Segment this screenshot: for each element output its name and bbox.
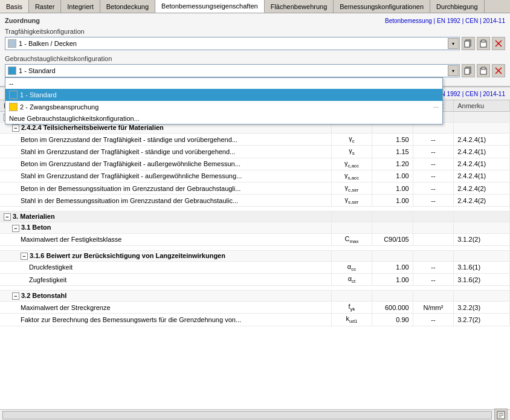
gebrauch-arrow[interactable]: ▾ bbox=[448, 65, 459, 76]
desc-cell: Faktor zur Berechnung des Bemessungswert… bbox=[0, 314, 331, 326]
tragfahigkeit-label: Tragfähigkeitskonfiguration bbox=[5, 28, 505, 35]
gebrauch-paste-btn[interactable] bbox=[477, 64, 490, 77]
einheit-cell bbox=[413, 233, 453, 245]
table-row: Zugfestigkeitαct1.00--3.1.6(2) bbox=[0, 273, 510, 285]
symbol-cell: γs bbox=[331, 146, 372, 158]
table-row: Beton im Grenzzustand der Tragfähigkeit … bbox=[0, 134, 510, 146]
wert-cell bbox=[372, 291, 413, 302]
popup-separator[interactable]: -- bbox=[5, 78, 442, 89]
einheit-cell: -- bbox=[413, 134, 453, 146]
popup-neu-label: Neue Gebrauchstauglichkeitskonfiguration… bbox=[9, 115, 140, 122]
anmerkung-cell: 2.4.2.4(2) bbox=[454, 195, 510, 207]
tragfahigkeit-delete-btn[interactable] bbox=[492, 37, 505, 50]
desc-text: 2.4.2.4 Teilsicherheitsbeiwerte für Mate… bbox=[21, 124, 164, 131]
desc-text: Druckfestigkeit bbox=[29, 263, 73, 271]
tab-basis[interactable]: Basis bbox=[0, 0, 29, 13]
config-table: Beschreibung Symbol Wert Einheit Anmerku… bbox=[0, 100, 510, 326]
desc-text: Beton in der Bemessungssituation im Gren… bbox=[21, 185, 240, 192]
anmerkung-cell bbox=[454, 123, 510, 134]
einheit-cell: -- bbox=[413, 170, 453, 182]
wert-cell bbox=[372, 250, 413, 261]
symbol-cell: γs,acc bbox=[331, 170, 372, 182]
table-row: −3.1 Beton bbox=[0, 222, 510, 233]
desc-cell: Druckfestigkeit bbox=[0, 261, 331, 273]
gebrauch-popup: -- 1 - Standard 2 - Zwangsbeanspruchung … bbox=[5, 77, 443, 124]
einheit-cell: -- bbox=[413, 182, 453, 194]
symbol-cell: αcc bbox=[331, 261, 372, 273]
popup-zwang-label: 2 - Zwangsbeanspruchung bbox=[20, 103, 98, 111]
table-row bbox=[0, 207, 510, 212]
tragfahigkeit-value: 1 - Balken / Decken bbox=[19, 40, 77, 47]
desc-text: Maximalwert der Streckgrenze bbox=[21, 304, 111, 311]
anmerkung-cell: 3.1.6(2) bbox=[454, 273, 510, 285]
gebrauch-dropdown[interactable]: 1 - Standard bbox=[5, 64, 460, 77]
desc-cell: Beton im Grenzzustand der Tragfähigkeit … bbox=[0, 134, 331, 146]
symbol-cell: Cmax bbox=[331, 233, 372, 245]
einheit-cell bbox=[413, 250, 453, 261]
expand-icon[interactable]: − bbox=[12, 225, 19, 232]
tragfahigkeit-wrapper: 1 - Balken / Decken ▾ bbox=[5, 37, 460, 50]
gebrauch-row: 1 - Standard ▾ -- 1 - Standard bbox=[5, 64, 505, 77]
wert-cell: 1.00 bbox=[372, 195, 413, 207]
popup-standard[interactable]: 1 - Standard bbox=[5, 89, 442, 101]
expand-icon[interactable]: − bbox=[12, 292, 19, 300]
anmerkung-cell bbox=[454, 250, 510, 261]
tab-flaechenbewehrung[interactable]: Flächenbewehrung bbox=[265, 0, 334, 13]
wert-cell: 1.00 bbox=[372, 182, 413, 194]
table-row: −3. Materialien bbox=[0, 212, 510, 222]
tragfahigkeit-arrow[interactable]: ▾ bbox=[448, 38, 459, 49]
svg-rect-7 bbox=[465, 68, 470, 74]
table-row bbox=[0, 286, 510, 291]
tab-durchbiegung[interactable]: Durchbiegung bbox=[430, 0, 485, 13]
horizontal-scrollbar[interactable] bbox=[2, 411, 492, 419]
tragfahigkeit-paste-btn[interactable] bbox=[477, 37, 490, 50]
tragfahigkeit-row: 1 - Balken / Decken ▾ bbox=[5, 37, 505, 50]
config-table-container[interactable]: Beschreibung Symbol Wert Einheit Anmerku… bbox=[0, 100, 510, 409]
tab-betondeckung[interactable]: Betondeckung bbox=[100, 0, 155, 13]
gebrauch-value: 1 - Standard bbox=[19, 67, 56, 74]
desc-text: Stahl im Grenzzustand der Tragfähigkeit … bbox=[21, 172, 242, 179]
desc-text: Beton im Grenzzustand der Tragfähigkeit … bbox=[21, 160, 240, 167]
anmerkung-cell bbox=[454, 212, 510, 222]
zuordnung-header: Zuordnung Betonbemessung | EN 1992 | CEN… bbox=[5, 17, 505, 24]
svg-rect-3 bbox=[482, 40, 485, 42]
expand-icon[interactable]: − bbox=[4, 213, 11, 221]
popup-standard-label: 1 - Standard bbox=[20, 91, 57, 99]
gebrauch-color bbox=[8, 66, 16, 75]
table-row: Beton im Grenzzustand der Tragfähigkeit … bbox=[0, 158, 510, 170]
table-row: Faktor zur Berechnung des Bemessungswert… bbox=[0, 314, 510, 326]
tab-integriert[interactable]: Integriert bbox=[61, 0, 100, 13]
expand-icon[interactable]: − bbox=[21, 253, 28, 260]
symbol-cell bbox=[331, 250, 372, 261]
table-row: Stahl in der Bemessungssituation im Gren… bbox=[0, 195, 510, 207]
desc-cell: Stahl im Grenzzustand der Tragfähigkeit … bbox=[0, 170, 331, 182]
anmerkung-cell: 3.1.2(2) bbox=[454, 233, 510, 245]
anmerkung-cell: 2.4.2.4(1) bbox=[454, 158, 510, 170]
symbol-cell: kud1 bbox=[331, 314, 372, 326]
einheit-cell: -- bbox=[413, 195, 453, 207]
desc-cell: Zugfestigkeit bbox=[0, 273, 331, 285]
wert-cell: 1.00 bbox=[372, 273, 413, 285]
gebrauch-delete-btn[interactable] bbox=[492, 64, 505, 77]
popup-zwang-color bbox=[9, 103, 18, 111]
tab-betonbemessung[interactable]: Betonbemessungseigenschaften bbox=[155, 0, 265, 13]
popup-zwang[interactable]: 2 - Zwangsbeanspruchung ··· bbox=[5, 101, 442, 113]
desc-text: 3.1.6 Beiwert zur Berücksichtigung von L… bbox=[30, 252, 225, 259]
tragfahigkeit-copy-btn[interactable] bbox=[462, 37, 475, 50]
table-row: Druckfestigkeitαcc1.00--3.1.6(1) bbox=[0, 261, 510, 273]
gebrauch-copy-btn[interactable] bbox=[462, 64, 475, 77]
popup-neu[interactable]: Neue Gebrauchstauglichkeitskonfiguration… bbox=[5, 113, 442, 124]
tab-raster[interactable]: Raster bbox=[29, 0, 61, 13]
table-row: Beton in der Bemessungssituation im Gren… bbox=[0, 182, 510, 194]
export-icon[interactable] bbox=[494, 409, 508, 421]
tab-bar: Basis Raster Integriert Betondeckung Bet… bbox=[0, 0, 510, 13]
anmerkung-cell: 3.2.7(2) bbox=[454, 314, 510, 326]
expand-icon[interactable]: − bbox=[12, 124, 19, 132]
desc-cell: −3.1 Beton bbox=[0, 222, 331, 233]
einheit-cell: -- bbox=[413, 158, 453, 170]
uebersicht-meta: EN 1992 | CEN | 2014-11 bbox=[437, 91, 505, 97]
tab-bemessungskonfigurationen[interactable]: Bemessungskonfigurationen bbox=[334, 0, 430, 13]
symbol-cell: γc,ser bbox=[331, 182, 372, 194]
tragfahigkeit-dropdown[interactable]: 1 - Balken / Decken bbox=[5, 37, 460, 50]
desc-text: Maximalwert der Festigkeitsklasse bbox=[21, 236, 122, 243]
